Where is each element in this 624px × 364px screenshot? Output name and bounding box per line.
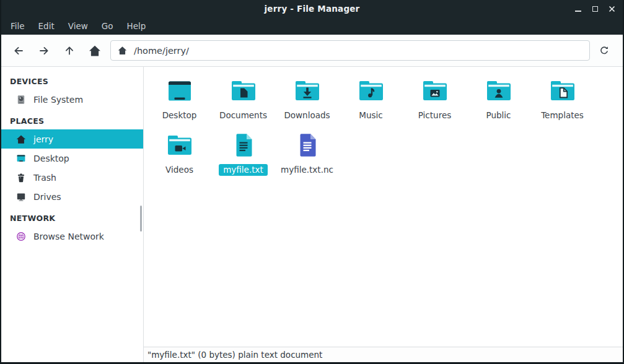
folder-music-icon xyxy=(356,76,386,106)
back-button[interactable] xyxy=(6,39,31,63)
sidebar-item-label: Browse Network xyxy=(33,232,104,241)
file-item[interactable]: myfile.txt.nc xyxy=(275,125,339,180)
main-panel: Desktop Documents Downloads Music Pictur… xyxy=(144,67,623,362)
close-icon xyxy=(609,6,615,12)
minimize-button[interactable] xyxy=(573,4,583,14)
desktop-small-icon xyxy=(16,154,26,163)
forward-button[interactable] xyxy=(31,39,56,63)
file-item[interactable]: Music xyxy=(339,71,403,125)
maximize-icon xyxy=(592,6,598,12)
statusbar: "myfile.txt" (0 bytes) plain text docume… xyxy=(144,347,623,362)
network-icon xyxy=(16,232,26,241)
file-item[interactable]: Videos xyxy=(147,125,211,180)
home-icon xyxy=(118,46,127,55)
minimize-icon xyxy=(575,11,581,12)
file-label: Public xyxy=(482,110,516,121)
file-item[interactable]: myfile.txt xyxy=(211,125,275,180)
file-label: Videos xyxy=(161,164,198,176)
up-button[interactable] xyxy=(56,39,82,63)
sidebar-section: PLACES jerry Desktop xyxy=(1,109,143,206)
sidebar-section: NETWORK Browse Network xyxy=(1,206,143,246)
menu-item[interactable]: View xyxy=(61,17,95,35)
up-arrow-icon xyxy=(63,45,76,57)
sidebar-item-label: Desktop xyxy=(33,154,69,163)
sidebar-item[interactable]: Drives xyxy=(1,187,143,206)
sidebar-item-label: Drives xyxy=(33,192,61,202)
folder-pictures-icon xyxy=(420,76,450,106)
sidebar-item-label: File System xyxy=(33,95,83,105)
file-label: myfile.txt xyxy=(219,164,268,176)
menu-item[interactable]: Edit xyxy=(32,17,61,35)
file-item[interactable]: Pictures xyxy=(403,71,467,125)
menubar: FileEditViewGoHelp xyxy=(1,17,623,35)
file-grid[interactable]: Desktop Documents Downloads Music Pictur… xyxy=(144,67,623,347)
status-text: "myfile.txt" (0 bytes) plain text docume… xyxy=(147,350,322,360)
titlebar[interactable]: jerry - File Manager xyxy=(1,0,623,17)
filesystem-icon xyxy=(16,95,26,105)
desktop-icon xyxy=(165,76,195,106)
sidebar-scrollbar[interactable] xyxy=(140,206,142,232)
file-item[interactable]: Documents xyxy=(211,71,275,125)
nc-document-icon xyxy=(292,131,322,160)
file-label: Pictures xyxy=(414,110,455,121)
forward-arrow-icon xyxy=(38,45,50,57)
folder-public-icon xyxy=(484,76,514,106)
file-item[interactable]: Desktop xyxy=(147,71,211,125)
file-label: Desktop xyxy=(158,110,201,121)
sidebar-section-header: NETWORK xyxy=(1,206,143,227)
drives-icon xyxy=(16,192,26,202)
sidebar-section-header: DEVICES xyxy=(1,69,143,90)
back-arrow-icon xyxy=(12,45,25,57)
sidebar-item[interactable]: jerry xyxy=(1,129,143,149)
sidebar-item[interactable]: Desktop xyxy=(1,149,143,168)
sidebar-section: DEVICES File System xyxy=(1,69,143,109)
content: DEVICES File System PLACES xyxy=(1,67,623,362)
trash-icon xyxy=(16,173,26,183)
home-icon xyxy=(89,45,101,57)
sidebar-item[interactable]: Browse Network xyxy=(1,227,143,246)
menu-item[interactable]: File xyxy=(4,17,32,35)
file-manager-window: jerry - File Manager FileEditViewGoHelp … xyxy=(0,0,624,364)
home-icon xyxy=(16,134,26,144)
location-text: /home/jerry/ xyxy=(134,46,189,56)
reload-icon xyxy=(599,45,610,56)
maximize-button[interactable] xyxy=(590,4,600,14)
file-item[interactable]: Downloads xyxy=(275,71,339,125)
close-button[interactable] xyxy=(607,4,617,14)
folder-documents-icon xyxy=(229,76,258,106)
file-label: Downloads xyxy=(279,110,334,121)
file-item[interactable]: Public xyxy=(467,71,530,125)
menu-item[interactable]: Help xyxy=(120,17,153,35)
window-controls xyxy=(573,0,617,17)
file-item[interactable]: Templates xyxy=(530,71,594,125)
home-button[interactable] xyxy=(82,39,107,63)
sidebar-item[interactable]: Trash xyxy=(1,168,143,187)
text-document-icon xyxy=(229,131,258,160)
location-bar[interactable]: /home/jerry/ xyxy=(110,40,590,61)
file-label: Documents xyxy=(215,110,271,121)
sidebar-item-label: jerry xyxy=(33,134,53,144)
sidebar-section-header: PLACES xyxy=(1,109,143,129)
reload-button[interactable] xyxy=(590,39,618,63)
folder-videos-icon xyxy=(165,131,195,160)
folder-templates-icon xyxy=(548,76,578,106)
sidebar: DEVICES File System PLACES xyxy=(1,67,144,362)
file-label: Music xyxy=(354,110,387,121)
window-title: jerry - File Manager xyxy=(265,4,360,14)
folder-downloads-icon xyxy=(292,76,322,106)
toolbar: /home/jerry/ xyxy=(1,35,623,67)
file-label: myfile.txt.nc xyxy=(276,164,338,176)
sidebar-item-label: Trash xyxy=(33,173,56,183)
sidebar-item[interactable]: File System xyxy=(1,90,143,109)
menu-item[interactable]: Go xyxy=(95,17,120,35)
file-label: Templates xyxy=(537,110,588,121)
